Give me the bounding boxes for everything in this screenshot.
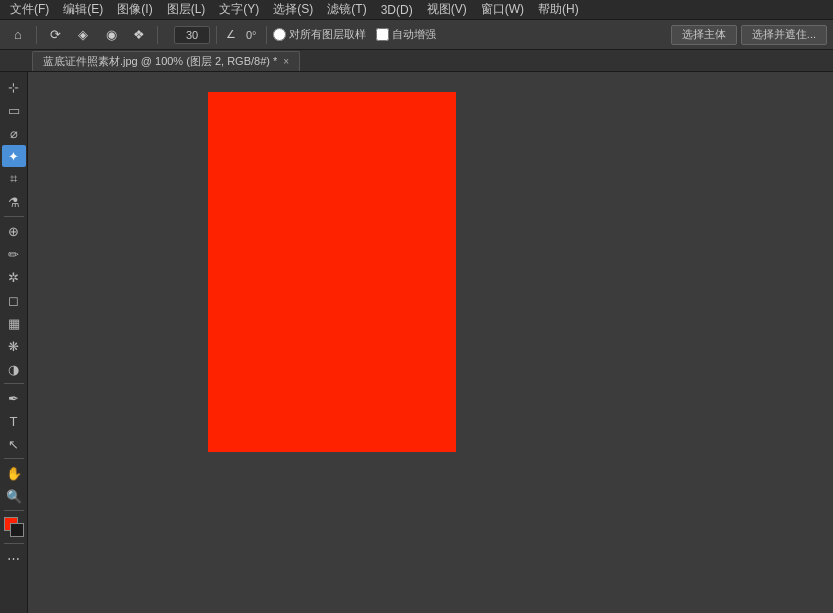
select-subject-button[interactable]: 选择主体 [671, 25, 737, 45]
left-toolbar: ⊹ ▭ ⌀ ✦ ⌗ ⚗ ⊕ ✏ ✲ ◻ ▦ ❋ ◑ ✒ T ↖ ✋ 🔍 ⋯ [0, 72, 28, 613]
select-and-mask-button[interactable]: 选择并遮住... [741, 25, 827, 45]
crop-tool[interactable]: ⌗ [2, 168, 26, 190]
lasso-tool[interactable]: ⌀ [2, 122, 26, 144]
home-button[interactable]: ⌂ [6, 24, 30, 46]
menu-view[interactable]: 视图(V) [421, 0, 473, 19]
hand-tool[interactable]: ✋ [2, 462, 26, 484]
tool-preset-btn-3[interactable]: ◉ [99, 24, 123, 46]
menu-filter[interactable]: 滤镜(T) [321, 0, 372, 19]
angle-value: 0° [243, 29, 260, 41]
dodge-tool[interactable]: ◑ [2, 358, 26, 380]
tab-bar: 蓝底证件照素材.jpg @ 100% (图层 2, RGB/8#) * × [0, 50, 833, 72]
toolbar-separator-4 [4, 510, 24, 511]
size-input[interactable] [174, 26, 210, 44]
separator-1 [36, 26, 37, 44]
tool-preset-btn-1[interactable]: ⟳ [43, 24, 67, 46]
tool-preset-btn-2[interactable]: ◈ [71, 24, 95, 46]
zoom-tool[interactable]: 🔍 [2, 485, 26, 507]
type-tool[interactable]: T [2, 410, 26, 432]
auto-enhance-label[interactable]: 自动增强 [376, 27, 436, 42]
color-swatch[interactable] [4, 517, 24, 537]
menu-window[interactable]: 窗口(W) [475, 0, 530, 19]
menu-file[interactable]: 文件(F) [4, 0, 55, 19]
pen-tool[interactable]: ✒ [2, 387, 26, 409]
toolbar-separator-3 [4, 458, 24, 459]
blur-tool[interactable]: ❋ [2, 335, 26, 357]
close-tab-button[interactable]: × [283, 56, 289, 67]
main-area: ⊹ ▭ ⌀ ✦ ⌗ ⚗ ⊕ ✏ ✲ ◻ ▦ ❋ ◑ ✒ T ↖ ✋ 🔍 ⋯ [0, 72, 833, 613]
path-select-tool[interactable]: ↖ [2, 433, 26, 455]
extra-tools-button[interactable]: ⋯ [2, 547, 26, 569]
angle-icon: ∠ [223, 28, 239, 41]
eraser-tool[interactable]: ◻ [2, 289, 26, 311]
eyedropper-tool[interactable]: ⚗ [2, 191, 26, 213]
auto-enhance-checkbox[interactable] [376, 28, 389, 41]
menu-edit[interactable]: 编辑(E) [57, 0, 109, 19]
document-tab[interactable]: 蓝底证件照素材.jpg @ 100% (图层 2, RGB/8#) * × [32, 51, 300, 71]
spot-heal-tool[interactable]: ⊕ [2, 220, 26, 242]
gradient-tool[interactable]: ▦ [2, 312, 26, 334]
clone-stamp-tool[interactable]: ✲ [2, 266, 26, 288]
background-color[interactable] [10, 523, 24, 537]
marquee-rect-tool[interactable]: ▭ [2, 99, 26, 121]
quick-select-tool[interactable]: ✦ [2, 145, 26, 167]
red-rectangle [208, 92, 456, 452]
canvas-area [28, 72, 833, 613]
canvas-container [208, 92, 456, 452]
menu-help[interactable]: 帮助(H) [532, 0, 585, 19]
move-tool[interactable]: ⊹ [2, 76, 26, 98]
separator-2 [157, 26, 158, 44]
menu-type[interactable]: 文字(Y) [213, 0, 265, 19]
tab-label: 蓝底证件照素材.jpg @ 100% (图层 2, RGB/8#) * [43, 54, 277, 69]
toolbar-separator-2 [4, 383, 24, 384]
menu-select[interactable]: 选择(S) [267, 0, 319, 19]
menu-image[interactable]: 图像(I) [111, 0, 158, 19]
separator-3 [216, 26, 217, 44]
menu-bar: 文件(F) 编辑(E) 图像(I) 图层(L) 文字(Y) 选择(S) 滤镜(T… [0, 0, 833, 20]
menu-layer[interactable]: 图层(L) [161, 0, 212, 19]
toolbar-separator-5 [4, 543, 24, 544]
separator-4 [266, 26, 267, 44]
sample-all-layers-label[interactable]: 对所有图层取样 [273, 27, 366, 42]
toolbar-separator-1 [4, 216, 24, 217]
options-bar: ⌂ ⟳ ◈ ◉ ❖ ∠ 0° 对所有图层取样 自动增强 选择主体 选择并遮住..… [0, 20, 833, 50]
sample-all-layers-checkbox[interactable] [273, 28, 286, 41]
tool-preset-btn-4[interactable]: ❖ [127, 24, 151, 46]
brush-tool[interactable]: ✏ [2, 243, 26, 265]
menu-3d[interactable]: 3D(D) [375, 2, 419, 18]
